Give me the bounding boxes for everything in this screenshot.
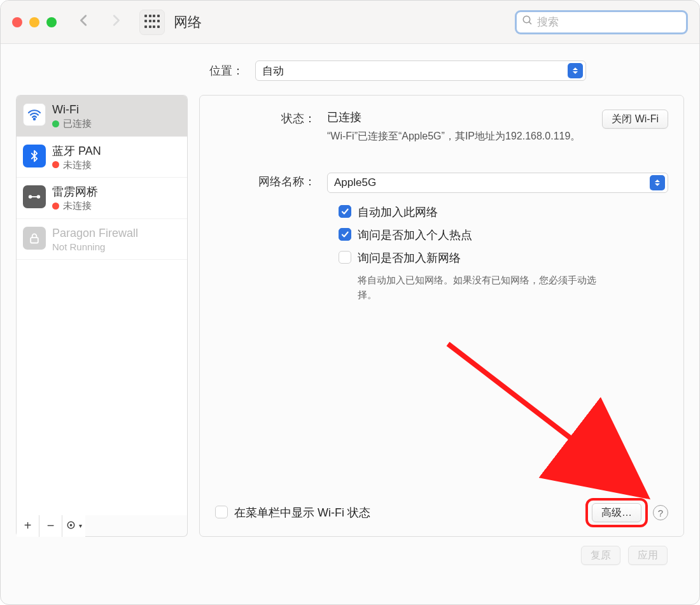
- close-window-button[interactable]: [12, 17, 22, 27]
- turn-off-wifi-button[interactable]: 关闭 Wi‑Fi: [602, 110, 668, 129]
- remove-interface-button[interactable]: −: [39, 515, 62, 537]
- search-icon: [522, 15, 533, 29]
- advanced-button[interactable]: 高级…: [592, 503, 641, 522]
- apply-button[interactable]: 应用: [628, 546, 668, 565]
- status-dot-icon: [52, 203, 59, 210]
- annotation-arrow-icon: [435, 331, 658, 509]
- svg-point-8: [70, 524, 71, 525]
- interface-status: 未连接: [63, 199, 92, 212]
- ask-new-checkbox[interactable]: [339, 251, 351, 264]
- list-footer: + − ▾: [16, 515, 188, 537]
- svg-line-10: [448, 344, 626, 481]
- interface-name: Wi-Fi: [52, 102, 92, 117]
- grid-icon: [144, 15, 160, 30]
- network-name-value: Apple5G: [334, 176, 376, 189]
- network-prefpane-window: 网络 位置： 自动: [0, 0, 700, 605]
- location-select[interactable]: 自动: [255, 60, 586, 81]
- status-label: 状态：: [215, 110, 327, 126]
- updown-icon: [568, 63, 583, 78]
- toolbar: 网络: [1, 1, 699, 44]
- interfaces-list[interactable]: Wi-Fi 已连接 蓝牙 PAN 未连接: [16, 95, 188, 515]
- interface-name: Paragon Firewall: [52, 225, 138, 241]
- search-field[interactable]: [515, 10, 688, 34]
- ask-hotspot-checkbox[interactable]: [339, 228, 351, 241]
- annotation-highlight: 高级…: [585, 498, 648, 527]
- bluetooth-icon: [23, 145, 46, 167]
- status-description: “Wi-Fi”已连接至“Apple5G”，其IP地址为192.168.0.119…: [327, 129, 594, 143]
- show-all-prefs-button[interactable]: [139, 10, 165, 35]
- sidebar-item-bluetooth-pan[interactable]: 蓝牙 PAN 未连接: [17, 137, 187, 178]
- forward-button[interactable]: [109, 13, 123, 31]
- wifi-icon: [23, 103, 46, 126]
- search-input[interactable]: [537, 16, 681, 29]
- svg-point-0: [523, 16, 530, 23]
- auto-join-checkbox[interactable]: [339, 205, 351, 218]
- interfaces-sidebar: Wi-Fi 已连接 蓝牙 PAN 未连接: [16, 95, 188, 537]
- status-value: 已连接: [327, 110, 594, 125]
- sidebar-item-wifi[interactable]: Wi-Fi 已连接: [17, 96, 187, 137]
- svg-point-4: [38, 196, 40, 198]
- show-in-menubar-label: 在菜单栏中显示 Wi‑Fi 状态: [234, 505, 370, 520]
- window-controls: [12, 17, 57, 27]
- interface-detail-panel: 状态： 已连接 “Wi-Fi”已连接至“Apple5G”，其IP地址为192.1…: [199, 95, 684, 537]
- interface-status: 已连接: [63, 117, 92, 130]
- pane-title: 网络: [174, 13, 202, 32]
- svg-point-3: [29, 196, 32, 198]
- location-label: 位置：: [209, 63, 244, 78]
- thunderbolt-bridge-icon: [23, 185, 46, 208]
- interface-status: 未连接: [63, 159, 92, 171]
- interface-name: 蓝牙 PAN: [52, 143, 101, 159]
- ask-hotspot-label: 询问是否加入个人热点: [358, 227, 472, 243]
- lock-icon: [23, 227, 46, 250]
- location-value: 自动: [262, 64, 284, 78]
- svg-line-1: [529, 22, 531, 24]
- network-name-label: 网络名称：: [215, 173, 327, 189]
- more-options-button[interactable]: ▾: [62, 515, 85, 537]
- auto-join-label: 自动加入此网络: [358, 204, 438, 220]
- add-interface-button[interactable]: +: [17, 515, 39, 537]
- status-dot-icon: [52, 161, 59, 168]
- updown-icon: [650, 175, 665, 190]
- revert-button[interactable]: 复原: [581, 546, 620, 565]
- svg-point-2: [34, 118, 35, 120]
- status-dot-icon: [52, 120, 59, 127]
- sidebar-item-paragon-firewall[interactable]: Paragon Firewall Not Running: [17, 219, 187, 260]
- zoom-window-button[interactable]: [46, 17, 57, 27]
- minimize-window-button[interactable]: [29, 17, 39, 27]
- ask-new-label: 询问是否加入新网络: [358, 250, 461, 266]
- sidebar-item-thunderbolt-bridge[interactable]: 雷雳网桥 未连接: [17, 178, 187, 219]
- back-button[interactable]: [77, 13, 91, 31]
- ask-new-hint: 将自动加入已知网络。如果没有已知网络，您必须手动选择。: [358, 273, 612, 302]
- interface-status: Not Running: [52, 241, 138, 253]
- network-name-select[interactable]: Apple5G: [327, 173, 668, 193]
- help-button[interactable]: ?: [653, 505, 668, 520]
- interface-name: 雷雳网桥: [52, 184, 98, 199]
- svg-rect-6: [31, 238, 38, 243]
- show-in-menubar-checkbox[interactable]: [215, 506, 228, 518]
